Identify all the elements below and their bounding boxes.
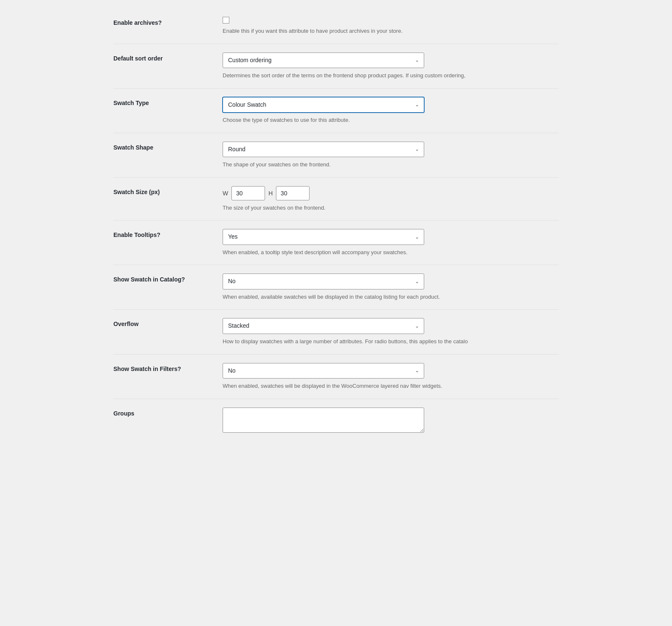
swatch-height-label: H — [268, 190, 273, 197]
swatch-type-row: Swatch Type Colour Swatch Image Swatch T… — [113, 89, 559, 133]
default-sort-order-select-wrapper: Custom ordering Name Name (numeric) Term… — [223, 53, 424, 68]
default-sort-order-label: Default sort order — [113, 53, 223, 62]
enable-archives-control: Enable this if you want this attribute t… — [223, 17, 559, 35]
swatch-shape-row: Swatch Shape Round Square Rounded Square… — [113, 133, 559, 178]
swatch-shape-select-wrapper: Round Square Rounded Square ⌄ — [223, 142, 424, 158]
show-swatch-filters-label: Show Swatch in Filters? — [113, 363, 223, 372]
groups-textarea[interactable] — [223, 408, 424, 433]
swatch-size-description: The size of your swatches on the fronten… — [223, 204, 559, 212]
settings-container: Enable archives? Enable this if you want… — [105, 8, 567, 441]
groups-row: Groups — [113, 399, 559, 441]
swatch-type-label: Swatch Type — [113, 97, 223, 106]
enable-tooltips-label: Enable Tooltips? — [113, 229, 223, 238]
swatch-type-description: Choose the type of swatches to use for t… — [223, 116, 559, 124]
overflow-label: Overflow — [113, 318, 223, 327]
overflow-control: Stacked Scrollable Hidden ⌄ How to displ… — [223, 318, 559, 345]
show-swatch-filters-description: When enabled, swatches will be displayed… — [223, 382, 559, 390]
default-sort-order-control: Custom ordering Name Name (numeric) Term… — [223, 53, 559, 80]
swatch-shape-label: Swatch Shape — [113, 142, 223, 151]
swatch-size-inputs: W H — [223, 186, 559, 200]
show-swatch-catalog-select[interactable]: Yes No — [223, 274, 424, 289]
enable-tooltips-row: Enable Tooltips? Yes No ⌄ When enabled, … — [113, 221, 559, 265]
show-swatch-catalog-row: Show Swatch in Catalog? Yes No ⌄ When en… — [113, 265, 559, 310]
groups-label: Groups — [113, 408, 223, 417]
show-swatch-catalog-label: Show Swatch in Catalog? — [113, 274, 223, 283]
swatch-type-select-wrapper: Colour Swatch Image Swatch Text/Label Sw… — [223, 97, 424, 113]
enable-tooltips-description: When enabled, a tooltip style text descr… — [223, 248, 559, 257]
show-swatch-filters-select[interactable]: Yes No — [223, 363, 424, 379]
default-sort-order-select[interactable]: Custom ordering Name Name (numeric) Term… — [223, 53, 424, 68]
overflow-select-wrapper: Stacked Scrollable Hidden ⌄ — [223, 318, 424, 334]
swatch-shape-control: Round Square Rounded Square ⌄ The shape … — [223, 142, 559, 169]
enable-archives-row: Enable archives? Enable this if you want… — [113, 8, 559, 44]
swatch-size-control: W H The size of your swatches on the fro… — [223, 186, 559, 212]
swatch-size-label: Swatch Size (px) — [113, 186, 223, 195]
overflow-row: Overflow Stacked Scrollable Hidden ⌄ How… — [113, 310, 559, 354]
show-swatch-catalog-select-wrapper: Yes No ⌄ — [223, 274, 424, 289]
show-swatch-catalog-description: When enabled, available swatches will be… — [223, 293, 559, 301]
overflow-description: How to display swatches with a large num… — [223, 337, 559, 346]
swatch-shape-description: The shape of your swatches on the fronte… — [223, 160, 559, 169]
swatch-width-label: W — [223, 190, 228, 197]
swatch-size-row: Swatch Size (px) W H The size of your sw… — [113, 178, 559, 221]
swatch-type-control: Colour Swatch Image Swatch Text/Label Sw… — [223, 97, 559, 124]
default-sort-order-description: Determines the sort order of the terms o… — [223, 71, 559, 80]
swatch-height-input[interactable] — [276, 186, 310, 200]
swatch-type-select[interactable]: Colour Swatch Image Swatch Text/Label Sw… — [223, 97, 424, 113]
show-swatch-filters-row: Show Swatch in Filters? Yes No ⌄ When en… — [113, 355, 559, 399]
enable-archives-label: Enable archives? — [113, 17, 223, 26]
enable-tooltips-select[interactable]: Yes No — [223, 229, 424, 245]
enable-tooltips-control: Yes No ⌄ When enabled, a tooltip style t… — [223, 229, 559, 256]
swatch-width-input[interactable] — [231, 186, 265, 200]
swatch-shape-select[interactable]: Round Square Rounded Square — [223, 142, 424, 158]
enable-archives-checkbox[interactable] — [223, 17, 229, 24]
enable-archives-description: Enable this if you want this attribute t… — [223, 27, 559, 35]
show-swatch-filters-select-wrapper: Yes No ⌄ — [223, 363, 424, 379]
enable-tooltips-select-wrapper: Yes No ⌄ — [223, 229, 424, 245]
overflow-select[interactable]: Stacked Scrollable Hidden — [223, 318, 424, 334]
show-swatch-filters-control: Yes No ⌄ When enabled, swatches will be … — [223, 363, 559, 390]
enable-archives-checkbox-wrapper — [223, 17, 559, 24]
groups-control — [223, 408, 559, 433]
show-swatch-catalog-control: Yes No ⌄ When enabled, available swatche… — [223, 274, 559, 301]
default-sort-order-row: Default sort order Custom ordering Name … — [113, 44, 559, 89]
